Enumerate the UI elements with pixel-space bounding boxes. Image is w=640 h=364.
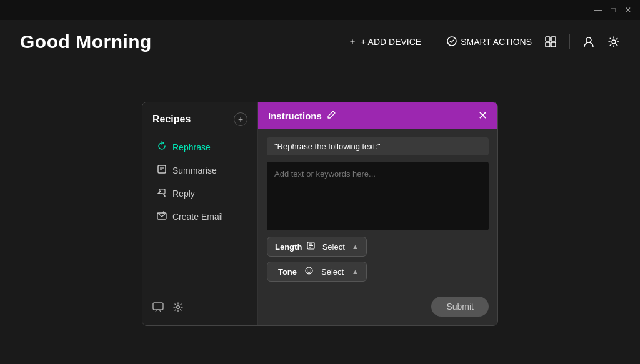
create-email-icon: [156, 210, 168, 222]
instructions-panel: Instructions ✕ "Rephrase the following t…: [258, 102, 498, 325]
header: Good Morning ＋ + ADD DEVICE SMART ACTION…: [0, 20, 640, 64]
selectors-row: Length Select ▲ T: [267, 237, 489, 282]
svg-rect-14: [153, 303, 163, 310]
svg-point-5: [586, 37, 591, 42]
instructions-footer: Submit: [258, 290, 498, 325]
recipes-panel: Recipes + Rephrase: [142, 102, 258, 325]
svg-rect-4: [551, 42, 556, 47]
tone-chevron-icon: ▲: [352, 268, 359, 275]
add-device-icon: ＋: [348, 36, 357, 47]
recipes-footer: [152, 294, 248, 315]
header-divider-1: [434, 34, 434, 49]
header-right: ＋ + ADD DEVICE SMART ACTIONS: [348, 34, 620, 49]
smart-actions-button[interactable]: SMART ACTIONS: [447, 36, 532, 48]
svg-point-21: [308, 270, 308, 270]
svg-rect-3: [546, 42, 550, 47]
close-button[interactable]: ✕: [624, 6, 632, 14]
add-device-label: + ADD DEVICE: [361, 37, 421, 47]
titlebar: — □ ✕: [0, 0, 640, 20]
submit-button[interactable]: Submit: [431, 297, 489, 317]
instructions-close-button[interactable]: ✕: [478, 109, 488, 122]
recipes-add-button[interactable]: +: [234, 112, 248, 126]
recipe-item-reply[interactable]: Reply: [152, 182, 248, 204]
user-icon-button[interactable]: [582, 36, 595, 48]
recipe-rephrase-label: Rephrase: [172, 142, 211, 152]
reply-icon: [156, 187, 168, 199]
recipe-create-email-label: Create Email: [172, 212, 223, 222]
add-device-button[interactable]: ＋ + ADD DEVICE: [348, 36, 421, 47]
svg-rect-2: [551, 37, 556, 41]
svg-rect-7: [158, 165, 166, 173]
recipe-summarise-label: Summarise: [172, 165, 217, 175]
svg-rect-1: [546, 37, 550, 41]
maximize-button[interactable]: □: [609, 6, 618, 14]
recipes-title: Recipes: [152, 114, 191, 125]
svg-point-6: [612, 40, 616, 44]
recipes-header: Recipes +: [152, 112, 248, 126]
recipe-reply-label: Reply: [172, 189, 195, 199]
chat-icon-button[interactable]: [152, 302, 164, 315]
edit-icon[interactable]: [327, 110, 336, 121]
tone-select-button[interactable]: Tone Select ▲: [267, 262, 367, 282]
length-select-text: Select: [320, 242, 347, 252]
minimize-button[interactable]: —: [594, 6, 602, 14]
settings-recipes-icon-button[interactable]: [172, 302, 184, 315]
instructions-body: "Rephrase the following text:" Length: [258, 129, 498, 290]
rephrase-icon: [156, 141, 168, 153]
summarise-icon: [156, 164, 168, 176]
recipe-item-summarise[interactable]: Summarise: [152, 159, 248, 181]
instructions-header: Instructions ✕: [258, 102, 498, 129]
instructions-title-group: Instructions: [268, 110, 336, 121]
tone-select-text: Select: [318, 267, 347, 277]
length-icon: [307, 242, 315, 252]
dialog: Recipes + Rephrase: [142, 102, 498, 326]
tone-icon: [305, 267, 313, 277]
svg-point-15: [177, 306, 180, 309]
instructions-title-label: Instructions: [268, 111, 322, 121]
settings-icon-button[interactable]: [608, 36, 620, 48]
length-select-button[interactable]: Length Select ▲: [267, 237, 367, 257]
svg-point-20: [306, 267, 312, 274]
smart-actions-label: SMART ACTIONS: [461, 37, 532, 47]
length-chevron-icon: ▲: [352, 243, 359, 250]
tone-label: Tone: [275, 267, 300, 277]
recipe-item-rephrase[interactable]: Rephrase: [152, 136, 248, 158]
grid-icon-button[interactable]: [544, 36, 557, 48]
page-title: Good Morning: [20, 31, 152, 52]
instruction-preset-label: "Rephrase the following text:": [267, 137, 489, 155]
svg-point-22: [310, 270, 311, 270]
instruction-textarea[interactable]: [267, 162, 489, 230]
recipe-item-create-email[interactable]: Create Email: [152, 205, 248, 227]
length-label: Length: [275, 242, 302, 252]
main-content: Recipes + Rephrase: [0, 64, 640, 364]
smart-actions-icon: [447, 36, 457, 48]
header-divider-2: [569, 34, 570, 49]
